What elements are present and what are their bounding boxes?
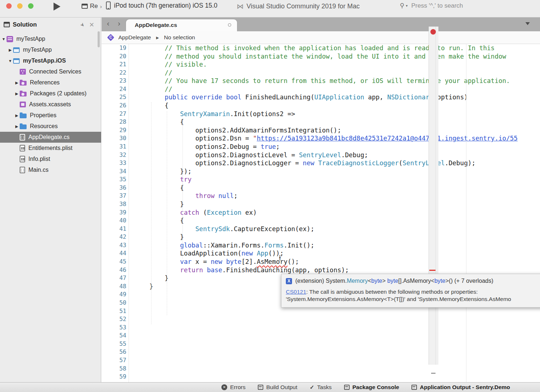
code-line[interactable]: 51 [102,307,540,316]
sidebar-item-mytestapp[interactable]: ▶myTestApp [0,44,101,55]
line-number[interactable]: 58 [102,365,126,373]
sidebar-item-resources[interactable]: ▶Resources [0,121,101,132]
code-line[interactable]: 23 // You have 17 seconds to return from… [102,77,540,85]
navigate-back-button[interactable]: ‹ [104,19,113,28]
line-number[interactable]: 25 [102,93,126,102]
sidebar-item-info-plist[interactable]: Info.plist [0,154,101,165]
statusbar-pad-application-output-sentry-demo[interactable]: Application Output - Sentry.Demo [411,384,510,391]
line-number[interactable]: 51 [102,307,126,316]
line-number[interactable]: 38 [102,200,126,209]
tab-appdelegate[interactable]: AppDelegate.cs [126,19,237,31]
line-number[interactable]: 40 [102,217,126,225]
breadcrumb-class[interactable]: AppDelegate [118,34,151,41]
code-line[interactable]: 35 try [102,175,540,184]
code-line[interactable]: 57 [102,356,540,365]
code-line[interactable]: 19 // This method is invoked when the ap… [102,44,540,52]
line-number[interactable]: 35 [102,175,126,184]
chevron-right-icon[interactable]: ▶ [14,91,20,96]
line-number[interactable]: 53 [102,324,126,332]
window-close-button[interactable] [6,3,12,9]
code-line[interactable]: 58 [102,365,540,373]
line-number[interactable]: 32 [102,151,126,159]
line-number[interactable]: 30 [102,134,126,143]
scrollbar-error-marker[interactable] [429,270,435,271]
line-number[interactable]: 23 [102,77,126,85]
chevron-right-icon[interactable]: ▶ [14,80,20,85]
line-number[interactable]: 22 [102,69,126,77]
line-number[interactable]: 21 [102,60,126,69]
sidebar-item-connected-services[interactable]: Connected Services [0,66,101,77]
line-number[interactable]: 54 [102,332,126,340]
code-editor[interactable]: 19 // This method is invoked when the ap… [102,44,540,382]
code-line[interactable]: 59 [102,373,540,381]
code-line[interactable]: 25 public override bool FinishedLaunchin… [102,93,540,102]
line-number[interactable]: 41 [102,225,126,233]
code-line[interactable]: 39 catch (Exception ex) [102,209,540,217]
line-number[interactable]: 24 [102,85,126,94]
editor-scrollbar[interactable] [429,27,438,365]
navigate-forward-button[interactable]: › [115,19,123,28]
code-line[interactable]: 20 // method you should instantiate the … [102,52,540,61]
sidebar-item-references[interactable]: ▶References [0,77,101,88]
code-line[interactable]: 24 // [102,85,540,94]
line-number[interactable]: 45 [102,258,126,266]
line-number[interactable]: 36 [102,184,126,192]
line-number[interactable]: 57 [102,356,126,365]
close-icon[interactable]: ✕ [89,21,94,29]
code-line[interactable]: 27 SentryXamarin.Init(options2 => [102,110,540,118]
chevron-down-icon[interactable]: ▼ [1,37,7,41]
line-number[interactable]: 31 [102,143,126,151]
code-line[interactable]: 26 { [102,102,540,110]
statusbar-pad-errors[interactable]: ✕Errors [221,384,245,391]
code-line[interactable]: 38 } [102,200,540,209]
code-line[interactable]: 21 // visible. [102,60,540,69]
run-button[interactable] [54,3,60,11]
code-line[interactable]: 40 { [102,217,540,225]
code-line[interactable]: 37 throw null; [102,192,540,200]
pin-icon[interactable]: ➤ [79,21,86,28]
code-line[interactable]: 32 options2.DiagnosticLevel = SentryLeve… [102,151,540,159]
line-number[interactable]: 46 [102,266,126,274]
line-number[interactable]: 39 [102,209,126,217]
sidebar-item-appdelegate-cs[interactable]: AppDelegate.cs [0,132,101,143]
code-line[interactable]: 28 { [102,118,540,126]
line-number[interactable]: 56 [102,348,126,356]
code-line[interactable]: 31 options2.Debug = true; [102,143,540,151]
code-line[interactable]: 56 [102,348,540,356]
line-number[interactable]: 42 [102,233,126,241]
code-line[interactable]: 36 { [102,184,540,192]
code-line[interactable]: 44 LoadApplication(new App()); [102,249,540,258]
window-zoom-button[interactable] [28,3,33,9]
chevron-right-icon[interactable]: ▶ [7,48,13,52]
chevron-right-icon[interactable]: ▶ [14,113,20,118]
code-line[interactable]: 29 options2.AddXamarinFormsIntegration()… [102,126,540,135]
statusbar-pad-tasks[interactable]: ✓Tasks [310,384,332,391]
statusbar-pad-package-console[interactable]: Package Console [344,384,399,391]
search-input[interactable]: ⚲ ▾ Press '^,' to search [400,2,538,9]
line-number[interactable]: 37 [102,192,126,200]
error-code-link[interactable]: CS0121 [286,289,306,295]
code-line[interactable]: 55 [102,340,540,348]
file-error-indicator-icon[interactable] [430,29,436,35]
chevron-down-icon[interactable]: ▼ [7,59,13,63]
line-number[interactable]: 44 [102,249,126,258]
code-line[interactable]: 52 [102,315,540,324]
tab-list-dropdown-icon[interactable] [525,22,530,25]
line-number[interactable]: 27 [102,110,126,118]
line-number[interactable]: 29 [102,126,126,135]
line-number[interactable]: 47 [102,274,126,282]
sidebar-item-mytestapp[interactable]: ▼myTestApp [0,33,101,44]
configuration-selector[interactable]: Re › [82,3,102,10]
code-line[interactable]: 45 var x = new byte[2].AsMemory(); [102,258,540,266]
breadcrumb-member[interactable]: No selection [164,34,195,41]
code-line[interactable]: 54 [102,332,540,340]
window-minimize-button[interactable] [17,3,23,9]
statusbar-pad-build-output[interactable]: Build Output [258,384,297,391]
code-line[interactable]: 22 // [102,69,540,77]
line-number[interactable]: 59 [102,373,126,381]
code-line[interactable]: 33 options2.DiagnosticLogger = new Trace… [102,159,540,167]
code-line[interactable]: 43 global::Xamarin.Forms.Forms.Init(); [102,241,540,250]
code-line[interactable]: 30 options2.Dsn = "https://5a193123a9b84… [102,134,540,143]
code-line[interactable]: 34 }); [102,167,540,176]
sidebar-item-mytestapp-ios[interactable]: ▼myTestApp.iOS [0,55,101,66]
